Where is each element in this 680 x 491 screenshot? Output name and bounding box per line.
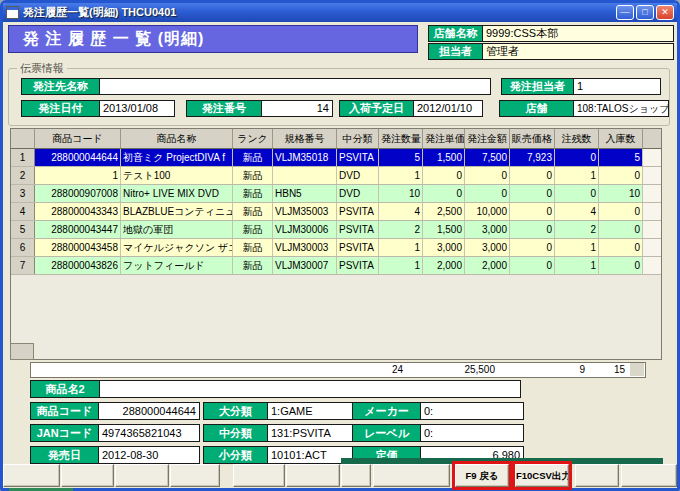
store-input[interactable]: 108:TALOSショップ — [574, 101, 668, 116]
app-icon — [6, 6, 19, 19]
cell-model: VLJM30007 — [273, 257, 337, 274]
cell-backorder: 0 — [555, 149, 599, 166]
cell-received: 0 — [599, 167, 643, 184]
item-name2-pair: 商品名2 — [30, 380, 521, 398]
table-row[interactable]: 1288000044644初音ミク ProjectDIVA f新品VLJM350… — [11, 149, 661, 167]
total-order-amount: 25,500 — [423, 363, 495, 377]
arrival-date-input[interactable]: 2012/01/10 — [414, 101, 482, 116]
cell-category: PSVITA — [337, 149, 379, 166]
close-icon[interactable]: ✕ — [656, 5, 674, 20]
cell-rank: 新品 — [233, 167, 273, 184]
function-key-button[interactable] — [170, 464, 220, 487]
table-row[interactable]: 6288000043458マイケルジャクソン ザエクスペリエンスHD新品VLJM… — [11, 239, 661, 257]
f9-back-button[interactable]: F9 戻る — [455, 464, 509, 487]
major-class-field: 1:GAME — [268, 403, 356, 419]
function-key-button[interactable] — [621, 464, 677, 487]
order-date-label: 発注日付 — [22, 101, 100, 116]
function-key-button[interactable] — [575, 464, 619, 487]
cell-amount: 2,000 — [465, 257, 510, 274]
release-date-label: 発売日 — [31, 447, 99, 463]
cell-name: テスト100 — [121, 167, 233, 184]
cell-sell_price: 7,923 — [510, 149, 555, 166]
slip-info-title: 伝票情報 — [17, 61, 67, 76]
cell-name: 初音ミク ProjectDIVA f — [121, 149, 233, 166]
manager-label: 担当者 — [429, 44, 483, 59]
order-date-input[interactable]: 2013/01/08 — [100, 101, 174, 116]
cell-amount: 3,000 — [465, 221, 510, 238]
cell-unit_price: 2,000 — [423, 257, 465, 274]
cell-qty: 10 — [379, 185, 423, 202]
middle-class-pair: 中分類 131:PSVITA — [203, 424, 357, 442]
cell-model: VLJM35003 — [273, 203, 337, 220]
cell-name: フットフィールド — [121, 257, 233, 274]
cell-blank — [643, 257, 662, 274]
table-row[interactable]: 4288000043343BLAZBLUEコンティニュアム・・EXTEND新品V… — [11, 203, 661, 221]
titlebar: 発注履歴一覧(明細) THCU0401 — □ ✕ — [3, 3, 677, 22]
cell-blank — [643, 203, 662, 220]
function-key-button[interactable] — [233, 464, 285, 487]
function-key-button[interactable] — [373, 464, 450, 487]
table-row[interactable]: 3288000907008Nitro+ LIVE MIX DVD新品HBN5DV… — [11, 185, 661, 203]
cell-unit_price: 1,500 — [423, 221, 465, 238]
cell-sell_price: 0 — [510, 221, 555, 238]
function-key-button[interactable] — [341, 464, 371, 487]
cell-backorder: 1 — [555, 167, 599, 184]
supplier-label: 発注先名称 — [22, 79, 100, 94]
cell-qty: 5 — [379, 149, 423, 166]
item-code-field: 288000044644 — [99, 403, 199, 419]
cell-unit_price: 1,500 — [423, 149, 465, 166]
col-header-order-qty: 発注数量 — [379, 129, 423, 149]
cell-backorder: 0 — [555, 185, 599, 202]
table-row[interactable]: 7288000043826フットフィールド新品VLJM30007PSVITA12… — [11, 257, 661, 275]
cell-code: 288000907008 — [35, 185, 121, 202]
function-key-button[interactable] — [286, 464, 340, 487]
col-header-received-qty: 入庫数 — [599, 129, 643, 149]
function-key-button[interactable] — [3, 464, 60, 487]
col-header-item-code: 商品コード — [35, 129, 121, 149]
cell-code: 288000044644 — [35, 149, 121, 166]
maker-pair: メーカー 0: — [352, 402, 524, 420]
order-no-label: 発注番号 — [187, 101, 262, 116]
cell-category: PSVITA — [337, 203, 379, 220]
col-header-spacer — [643, 129, 662, 149]
order-grid: 商品コード 商品名称 ランク 規格番号 中分類 発注数量 発注単価 発注金額 販… — [10, 128, 662, 360]
table-row[interactable]: 5288000043447地獄の軍団新品VLJM30006PSVITA21,50… — [11, 221, 661, 239]
cell-code: 288000043447 — [35, 221, 121, 238]
cell-qty: 1 — [379, 239, 423, 256]
function-key-button[interactable] — [61, 464, 114, 487]
page-title: 発 注 履 歴 一 覧 (明細) — [8, 25, 418, 53]
cell-qty: 2 — [379, 221, 423, 238]
window-controls: — □ ✕ — [616, 5, 674, 20]
arrival-date-pair: 入荷予定日 2012/01/10 — [339, 100, 483, 117]
item-code-label: 商品コード — [31, 403, 99, 419]
minimize-icon[interactable]: — — [616, 5, 634, 20]
cell-blank — [643, 185, 662, 202]
cell-blank — [643, 149, 662, 166]
cell-received: 5 — [599, 149, 643, 166]
cell-blank — [643, 239, 662, 256]
function-key-button[interactable] — [115, 464, 169, 487]
cell-qty: 1 — [379, 257, 423, 274]
cell-unit_price: 0 — [423, 185, 465, 202]
cell-category: DVD — [337, 167, 379, 184]
cell-sell_price: 0 — [510, 257, 555, 274]
order-staff-input[interactable]: 1 — [574, 79, 660, 94]
cell-unit_price: 2,500 — [423, 203, 465, 220]
cell-received: 0 — [599, 221, 643, 238]
supplier-input[interactable] — [100, 79, 490, 94]
table-row[interactable]: 21テスト100新品DVD100010 — [11, 167, 661, 185]
manager-pair: 担当者 管理者 — [428, 43, 674, 60]
cell-rank: 新品 — [233, 221, 273, 238]
maximize-icon[interactable]: □ — [636, 5, 654, 20]
col-header-middle-class: 中分類 — [337, 129, 379, 149]
cell-sell_price: 0 — [510, 239, 555, 256]
cell-amount: 0 — [465, 167, 510, 184]
order-no-input[interactable]: 14 — [262, 101, 332, 116]
cell-code: 288000043458 — [35, 239, 121, 256]
f10-csv-export-button[interactable]: F10CSV出力 — [515, 464, 569, 487]
cell-rank: 新品 — [233, 203, 273, 220]
jan-code-field: 4974365821043 — [99, 425, 199, 441]
cell-model — [273, 167, 337, 184]
store-name-label: 店舗名称 — [429, 26, 483, 41]
middle-class-label: 中分類 — [204, 425, 268, 441]
